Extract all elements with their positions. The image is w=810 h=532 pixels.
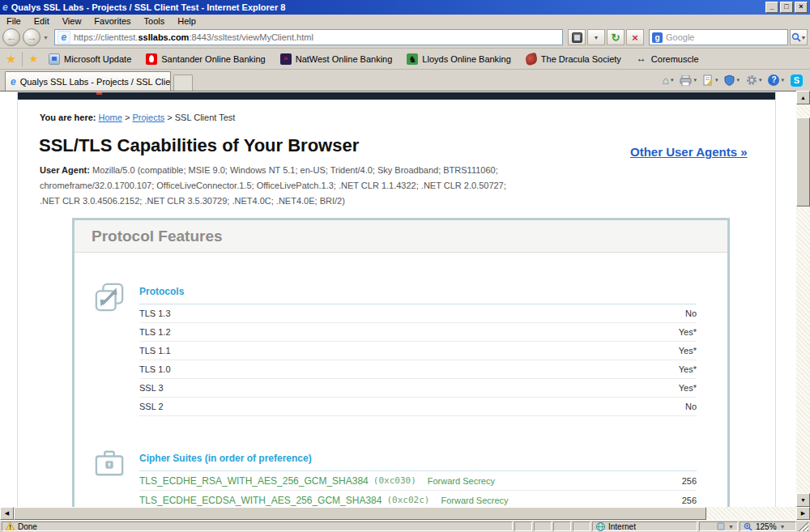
- tools-button[interactable]: ▾: [743, 71, 765, 89]
- favorite-microsoft-update[interactable]: Microsoft Update: [41, 50, 139, 68]
- tab-ssl-client-test[interactable]: e Qualys SSL Labs - Projects / SSL Clien…: [5, 71, 171, 91]
- menu-edit[interactable]: Edit: [28, 16, 56, 26]
- address-bar-input[interactable]: e https://clienttest.ssllabs.com:8443/ss…: [54, 29, 563, 45]
- panel-header: Protocol Features: [75, 220, 727, 253]
- horizontal-scroll-thumb[interactable]: [14, 507, 706, 520]
- command-bar: ⌂ ▾ ▾ ▾ ▾: [659, 70, 810, 91]
- back-button[interactable]: ←: [2, 28, 20, 46]
- scroll-right-button[interactable]: ▶: [796, 507, 810, 520]
- breadcrumb-home-link[interactable]: Home: [99, 113, 122, 122]
- google-icon: g: [652, 32, 663, 43]
- protected-mode-pane[interactable]: ▼: [699, 521, 738, 531]
- favorite-dracula-society[interactable]: The Dracula Society: [518, 50, 629, 68]
- status-bar: Done Internet ▼ 125% ▼: [0, 520, 810, 532]
- print-button[interactable]: ▾: [676, 71, 700, 89]
- menu-tools[interactable]: Tools: [138, 16, 172, 26]
- dropdown-icon: ▾: [759, 77, 762, 83]
- horizontal-scrollbar[interactable]: ◀ ▶: [0, 507, 810, 520]
- favorite-santander[interactable]: Santander Online Banking: [139, 50, 272, 68]
- dropdown-icon: ▾: [715, 77, 718, 83]
- table-row: TLS 1.2 Yes*: [139, 323, 697, 342]
- protocol-label: SSL 3: [139, 383, 164, 393]
- microsoft-update-icon: [49, 53, 60, 65]
- page-button[interactable]: ▾: [700, 71, 722, 89]
- home-button[interactable]: ⌂ ▾: [659, 71, 676, 89]
- close-button[interactable]: ×: [795, 2, 808, 13]
- menu-favorites[interactable]: Favorites: [87, 16, 137, 26]
- protocol-value: Yes*: [679, 383, 697, 393]
- new-tab-button[interactable]: [173, 74, 193, 91]
- refresh-button[interactable]: ↻: [607, 29, 625, 45]
- warning-icon: [6, 522, 15, 530]
- protected-mode-icon: [717, 522, 725, 530]
- protocol-label: TLS 1.0: [139, 364, 171, 374]
- protocol-label: TLS 1.2: [139, 327, 171, 337]
- protocol-label: SSL 2: [139, 402, 164, 411]
- breadcrumb-projects-link[interactable]: Projects: [132, 113, 164, 122]
- zoom-magnifier-icon: [744, 522, 752, 531]
- zone-text: Internet: [608, 522, 636, 531]
- scroll-left-button[interactable]: ◀: [0, 507, 14, 520]
- cipher-name: TLS_ECDHE_RSA_WITH_AES_256_GCM_SHA384: [139, 475, 369, 487]
- menu-help[interactable]: Help: [171, 16, 202, 26]
- url-domain: ssllabs.com: [138, 32, 189, 42]
- maximize-button[interactable]: □: [780, 2, 793, 13]
- resize-grip[interactable]: [798, 521, 808, 531]
- search-input[interactable]: [666, 32, 785, 42]
- dropdown-icon: ▾: [781, 77, 784, 83]
- dracula-society-icon: [525, 52, 539, 66]
- menu-file[interactable]: File: [0, 16, 28, 26]
- minimize-button[interactable]: _: [765, 2, 778, 13]
- breadcrumb: You are here: Home > Projects > SSL Clie…: [40, 113, 235, 122]
- other-user-agents-link[interactable]: Other User Agents »: [630, 145, 748, 159]
- site-logo-fragment: [96, 92, 102, 95]
- protocol-label: TLS 1.1: [139, 346, 171, 355]
- safety-button[interactable]: ▾: [721, 71, 743, 89]
- search-go-button[interactable]: ▼: [790, 29, 808, 45]
- protocols-section: Protocols TLS 1.3 No TLS 1.2 Yes* TLS 1.…: [75, 282, 727, 416]
- vertical-scroll-thumb[interactable]: [796, 117, 810, 206]
- skype-button[interactable]: S: [787, 71, 806, 89]
- table-row: SSL 2 No: [139, 398, 697, 416]
- santander-icon: [146, 53, 157, 65]
- address-dropdown-button[interactable]: ▼: [587, 29, 605, 45]
- status-text: Done: [18, 522, 37, 531]
- compatibility-view-button[interactable]: [568, 29, 586, 45]
- dropdown-icon: ▾: [736, 77, 740, 83]
- table-row: TLS_ECDHE_ECDSA_WITH_AES_256_GCM_SHA384 …: [139, 491, 697, 507]
- zoom-pane[interactable]: 125% ▼: [740, 521, 796, 531]
- scroll-down-button[interactable]: ▼: [796, 493, 810, 507]
- help-button[interactable]: ? ▾: [765, 71, 787, 89]
- page-title: SSL/TLS Capabilities of Your Browser: [39, 135, 359, 156]
- favorite-coremuscle[interactable]: ↔ Coremuscle: [629, 50, 706, 68]
- window-title: Qualys SSL Labs - Projects / SSL Client …: [11, 2, 764, 12]
- window-titlebar: e Qualys SSL Labs - Projects / SSL Clien…: [0, 0, 810, 15]
- menu-view[interactable]: View: [56, 16, 88, 26]
- favorite-lloyds[interactable]: ♞ Lloyds Online Banking: [399, 50, 518, 68]
- favorite-label: Coremuscle: [651, 54, 699, 64]
- protocol-label: TLS 1.3: [139, 309, 171, 318]
- cipher-note: Forward Secrecy: [428, 476, 495, 486]
- search-magnifier-icon: [791, 32, 801, 42]
- url-prefix: https://clienttest.: [74, 32, 138, 42]
- favorite-natwest[interactable]: » NatWest Online Banking: [273, 50, 400, 68]
- table-row: TLS 1.1 Yes*: [139, 342, 697, 360]
- table-row: TLS 1.3 No: [139, 304, 697, 323]
- favorites-center-button[interactable]: ★: [2, 52, 19, 66]
- tab-bar: e Qualys SSL Labs - Projects / SSL Clien…: [0, 70, 810, 91]
- status-pane-empty: [534, 521, 552, 531]
- stop-button[interactable]: ×: [626, 29, 644, 45]
- page-container: You are here: Home > Projects > SSL Clie…: [17, 92, 776, 507]
- scroll-up-button[interactable]: ▲: [796, 91, 810, 104]
- favorite-label: NatWest Online Banking: [296, 54, 393, 64]
- status-message-pane: Done: [2, 521, 513, 531]
- add-to-favorites-button[interactable]: ★: [25, 53, 41, 65]
- cipher-note: Forward Secrecy: [441, 496, 508, 505]
- forward-button[interactable]: →: [23, 28, 40, 46]
- recent-pages-dropdown[interactable]: ▼: [40, 35, 51, 40]
- back-arrow-icon: ←: [6, 32, 17, 44]
- coremuscle-icon: ↔: [636, 53, 647, 65]
- vertical-scrollbar[interactable]: ▲ ▼: [796, 91, 810, 507]
- status-pane-empty: [514, 521, 532, 531]
- stop-icon: ×: [632, 32, 638, 44]
